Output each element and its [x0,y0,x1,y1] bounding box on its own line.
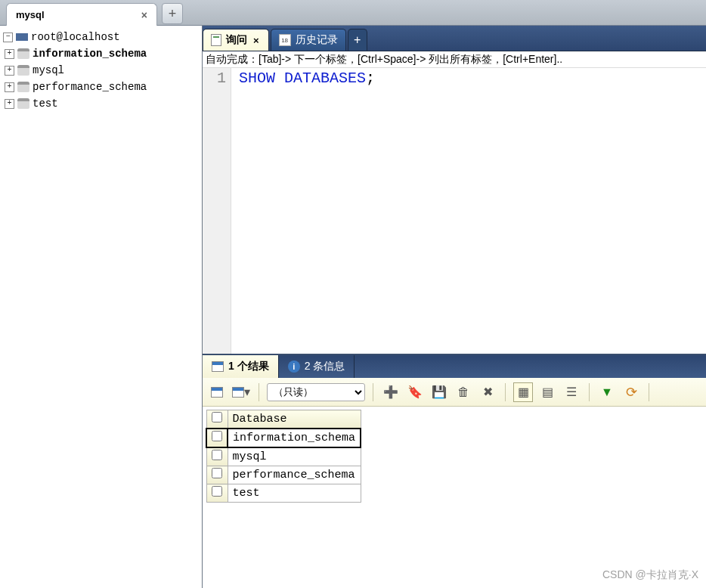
results-tabstrip: 1 个结果 i 2 条信息 [203,355,706,378]
tab-result[interactable]: 1 个结果 [203,355,279,378]
readonly-select[interactable]: （只读） [267,383,365,401]
tab-label: 历史记录 [296,33,338,47]
connection-tab[interactable]: mysql × [6,3,157,26]
select-all-checkbox-cell[interactable] [206,410,228,429]
grid-view-button[interactable]: ▦ [513,382,533,402]
close-icon[interactable]: × [252,35,261,46]
tree-database-node[interactable]: + information_schema [2,45,200,62]
keyword: DATABASES [284,70,366,87]
tree-server-node[interactable]: − root@localhost [2,29,200,45]
query-icon [211,34,221,46]
keyword: SHOW [239,70,275,87]
watermark: CSDN @卡拉肖克·X [602,568,698,582]
result-table: Database information_schema mysql perfor… [206,410,361,503]
connection-tabstrip: mysql × + [0,0,706,26]
collapse-icon[interactable]: − [3,32,13,42]
expand-icon[interactable]: + [5,99,14,109]
info-icon: i [288,361,300,373]
new-editor-tab-button[interactable]: + [348,29,367,51]
grid-icon [211,387,223,398]
add-row-button[interactable]: ➕ [381,382,401,402]
checkbox[interactable] [212,468,222,478]
cell[interactable]: test [228,484,361,503]
table-header-row: Database [206,410,361,429]
checkbox[interactable] [212,412,222,422]
sidebar: − root@localhost + information_schema + … [0,26,203,588]
tree-label: mysql [33,64,64,76]
cell[interactable]: information_schema [228,429,361,447]
row-checkbox-cell[interactable] [206,484,228,503]
checkbox[interactable] [212,486,222,497]
database-icon [17,98,29,109]
results-panel: 1 个结果 i 2 条信息 ▾ （只读） ➕ [203,354,706,588]
editor-tabstrip: 询问 × 18 历史记录 + [203,26,706,51]
line-gutter: 1 [203,68,231,354]
tree-label: performance_schema [33,81,147,93]
results-toolbar: ▾ （只读） ➕ 🔖 💾 🗑 ✖ ▦ ▤ ☰ ▼ ⟳ [203,378,706,407]
database-icon [17,65,29,76]
text-view-button[interactable]: ☰ [562,382,581,402]
database-tree: − root@localhost + information_schema + … [0,26,202,115]
calendar-icon: 18 [279,34,291,46]
row-checkbox-cell[interactable] [206,466,228,484]
bookmark-button[interactable]: 🔖 [405,382,425,402]
sql-editor[interactable]: 1 SHOW DATABASES; [203,68,706,354]
grid-icon [232,387,244,398]
result-grid[interactable]: Database information_schema mysql perfor… [203,407,706,588]
tab-messages[interactable]: i 2 条信息 [279,355,355,378]
filter-button[interactable]: ▼ [597,382,617,402]
tree-label: root@localhost [31,31,120,43]
grid-dropdown-button[interactable]: ▾ [231,382,251,402]
punctuation: ; [366,70,375,87]
table-row[interactable]: test [206,484,361,503]
cell[interactable]: mysql [228,447,361,466]
cell[interactable]: performance_schema [228,466,361,484]
row-checkbox-cell[interactable] [206,429,228,447]
tree-database-node[interactable]: + mysql [2,62,200,79]
column-header[interactable]: Database [228,410,361,429]
code-area[interactable]: SHOW DATABASES; [231,68,382,354]
expand-icon[interactable]: + [5,82,14,92]
result-icon [212,361,224,372]
tree-database-node[interactable]: + test [2,95,200,112]
tree-database-node[interactable]: + performance_schema [2,79,200,95]
delete-row-button[interactable]: 🗑 [454,382,473,402]
expand-icon[interactable]: + [5,66,14,76]
separator [259,383,259,401]
row-checkbox-cell[interactable] [206,447,228,466]
tab-query[interactable]: 询问 × [203,29,269,51]
checkbox[interactable] [212,431,222,441]
table-row[interactable]: information_schema [206,429,361,447]
separator [505,383,506,401]
form-view-button[interactable]: ▤ [537,382,557,402]
line-number: 1 [207,70,226,87]
database-icon [17,48,29,59]
table-row[interactable]: mysql [206,447,361,466]
separator [649,383,649,401]
cancel-button[interactable]: ✖ [478,382,497,402]
save-button[interactable]: 💾 [429,382,449,402]
tree-label: information_schema [33,48,147,60]
connection-tab-label: mysql [16,9,45,20]
server-icon [16,33,28,41]
tab-history[interactable]: 18 历史记录 [271,29,346,51]
table-row[interactable]: performance_schema [206,466,361,484]
separator [589,383,590,401]
checkbox[interactable] [212,450,222,460]
new-tab-button[interactable]: + [162,3,183,24]
close-icon[interactable]: × [138,9,150,21]
separator [373,383,373,401]
tab-label: 2 条信息 [305,360,345,373]
database-icon [17,82,29,92]
refresh-button[interactable]: ⟳ [621,382,641,402]
first-row-button[interactable] [207,382,227,402]
tab-label: 1 个结果 [228,360,269,373]
autocomplete-hint: 自动完成：[Tab]-> 下一个标签，[Ctrl+Space]-> 列出所有标签… [203,51,706,68]
tree-label: test [33,97,58,110]
tab-label: 询问 [226,33,247,47]
expand-icon[interactable]: + [5,49,14,59]
